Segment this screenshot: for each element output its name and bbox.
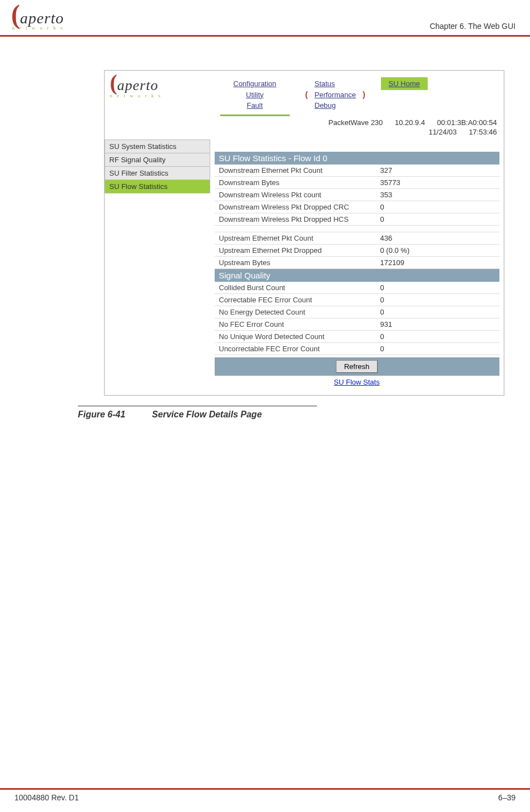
meta-date: 11/24/03 (429, 128, 457, 136)
section-title-flow: SU Flow Statistics - Flow Id 0 (215, 152, 499, 165)
refresh-bar: Refresh (215, 357, 499, 376)
row-label: No Energy Detected Count (219, 308, 380, 316)
menu-link-performance[interactable]: Performance (315, 89, 356, 101)
lens-left-icon: ( (305, 90, 308, 99)
meta-model: PacketWave 230 (329, 118, 383, 127)
row-label: Downstream Ethernet Pkt Count (219, 166, 380, 175)
meta-mac: 00:01:3B:A0:00:54 (437, 118, 497, 127)
side-tab-system-stats[interactable]: SU System Statistics (105, 140, 210, 153)
meta-ip: 10.20.9.4 (395, 118, 425, 127)
menu-link-utility[interactable]: Utility (234, 89, 276, 101)
lens-right-icon: ) (363, 90, 365, 99)
menu-col-status-wrap: ( Status Performance Debug ) (305, 76, 365, 113)
gui-logo-sub: n e t w o r k s (110, 93, 162, 98)
row-value: 353 (380, 191, 499, 199)
row-label: Downstream Wireless Pkt Dropped CRC (219, 203, 380, 211)
table-row: No FEC Error Count931 (215, 318, 499, 331)
menu-link-configuration[interactable]: Configuration (234, 78, 276, 89)
row-label: Downstream Wireless Pkt count (219, 191, 380, 199)
table-row: No Energy Detected Count0 (215, 306, 499, 318)
row-label: Upstream Ethernet Pkt Count (219, 234, 380, 242)
table-row: Uncorrectable FEC Error Count0 (215, 343, 499, 355)
row-value: 172109 (380, 258, 499, 267)
menu-col-config: Configuration Utility Fault (220, 76, 290, 116)
refresh-button[interactable]: Refresh (336, 360, 378, 373)
doc-brand-logo: (aperto n e t w o r k s (11, 7, 64, 31)
gui-logo-word: aperto (117, 77, 158, 93)
row-label: Correctable FEC Error Count (219, 296, 380, 304)
figure-title: Service Flow Details Page (152, 410, 261, 420)
gui-meta-line2: 11/24/03 17:53:46 (105, 128, 504, 137)
table-row: Downstream Wireless Pkt Dropped CRC0 (215, 201, 499, 213)
row-value: 0 (380, 215, 499, 223)
chapter-label: Chapter 6. The Web GUI (430, 22, 516, 31)
side-tab-flow-stats[interactable]: SU Flow Statistics (105, 180, 210, 193)
row-value: 0 (380, 332, 499, 341)
row-label: Downstream Bytes (219, 178, 380, 187)
row-value: 0 (380, 308, 499, 316)
su-home-button[interactable]: SU Home (381, 77, 428, 90)
table-row: Collided Burst Count0 (215, 282, 499, 294)
table-row: Downstream Wireless Pkt count353 (215, 189, 499, 201)
content-area: SU Flow Statistics - Flow Id 0 Downstrea… (210, 137, 504, 388)
row-value: 0 (380, 283, 499, 292)
row-value: 0 (380, 203, 499, 211)
back-link-row: SU Flow Stats (215, 376, 499, 388)
section-title-signal: Signal Quality (215, 269, 499, 282)
page-header: (aperto n e t w o r k s Chapter 6. The W… (0, 0, 530, 37)
row-value: 436 (380, 234, 499, 242)
row-label: No FEC Error Count (219, 320, 380, 328)
spacer-row (215, 226, 499, 232)
doc-brand-sub: n e t w o r k s (11, 25, 64, 31)
row-value: 0 (380, 345, 499, 353)
figure-number: Figure 6-41 (78, 410, 125, 420)
table-row: Downstream Wireless Pkt Dropped HCS0 (215, 213, 499, 226)
row-value: 35773 (380, 178, 499, 187)
gui-screenshot: (aperto n e t w o r k s Configuration Ut… (104, 70, 504, 396)
row-value: 327 (380, 166, 499, 175)
su-flow-stats-link[interactable]: SU Flow Stats (334, 378, 379, 386)
meta-time: 17:53:46 (469, 128, 497, 136)
row-label: No Unique Word Detected Count (219, 332, 380, 341)
row-value: 0 (380, 296, 499, 304)
figure-rule (78, 406, 317, 406)
table-row: Upstream Ethernet Pkt Count436 (215, 232, 499, 245)
footer-revision: 10004880 Rev. D1 (14, 793, 79, 802)
side-tab-filter-stats[interactable]: SU Filter Statistics (105, 167, 210, 180)
menu-link-debug[interactable]: Debug (315, 100, 356, 111)
row-label: Uncorrectable FEC Error Count (219, 345, 380, 353)
gui-logo-paren-icon: ( (110, 70, 117, 95)
table-row: Upstream Ethernet Pkt Dropped0 (0.0 %) (215, 245, 499, 257)
table-row: Upstream Bytes172109 (215, 257, 499, 269)
row-label: Upstream Bytes (219, 258, 380, 267)
row-value: 931 (380, 320, 499, 328)
gui-top-nav: (aperto n e t w o r k s Configuration Ut… (105, 71, 504, 116)
menu-link-fault[interactable]: Fault (234, 100, 276, 111)
gui-meta-line1: PacketWave 230 10.20.9.4 00:01:3B:A0:00:… (105, 116, 504, 128)
doc-brand-word: aperto (20, 9, 64, 27)
gui-logo: (aperto n e t w o r k s (110, 76, 205, 99)
menu-link-status[interactable]: Status (315, 78, 356, 89)
figure-caption: Figure 6-41 Service Flow Details Page (0, 410, 530, 420)
side-tab-rf-signal[interactable]: RF Signal Quality (105, 153, 210, 167)
table-row: Downstream Bytes35773 (215, 177, 499, 189)
row-label: Upstream Ethernet Pkt Dropped (219, 246, 380, 255)
table-row: Downstream Ethernet Pkt Count327 (215, 165, 499, 177)
table-row: No Unique Word Detected Count0 (215, 331, 499, 343)
footer-page-number: 6–39 (498, 793, 516, 802)
row-label: Collided Burst Count (219, 283, 380, 292)
table-row: Correctable FEC Error Count0 (215, 294, 499, 306)
side-tabs: SU System Statistics RF Signal Quality S… (105, 140, 210, 193)
page-footer: 10004880 Rev. D1 6–39 (0, 788, 530, 802)
row-label: Downstream Wireless Pkt Dropped HCS (219, 215, 380, 223)
row-value: 0 (0.0 %) (380, 246, 499, 255)
